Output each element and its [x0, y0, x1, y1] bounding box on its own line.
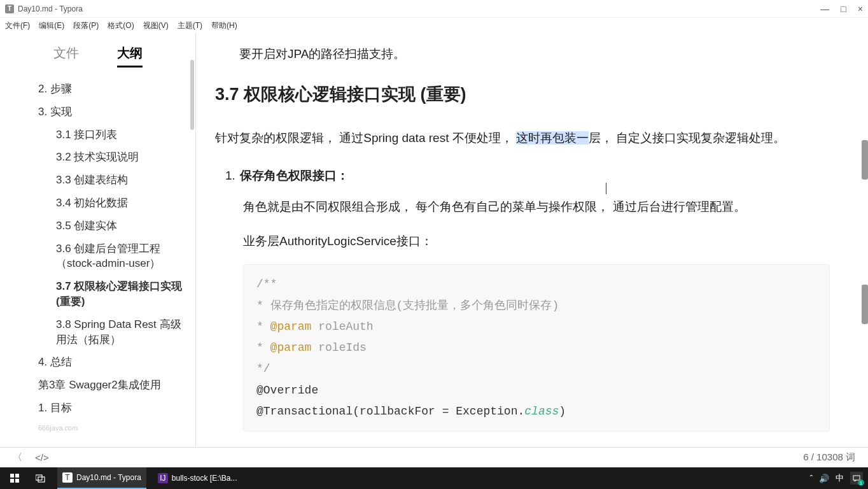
svg-rect-4	[36, 475, 42, 480]
outline-item[interactable]: 3.8 Spring Data Rest 高级用法（拓展）	[0, 313, 195, 351]
outline-item[interactable]: 3. 实现	[0, 101, 195, 124]
outline-item[interactable]: 3.4 初始化数据	[0, 192, 195, 215]
outline-item[interactable]: 3.2 技术实现说明	[0, 146, 195, 169]
notification-badge: 1	[858, 479, 864, 486]
app-icon: T	[5, 4, 14, 13]
prev-section-tail: 要开启对JPA的路径扫描支持。	[239, 43, 830, 65]
menu-file[interactable]: 文件(F)	[5, 20, 30, 31]
menu-view[interactable]: 视图(V)	[143, 20, 169, 31]
menu-bar: 文件(F) 编辑(E) 段落(P) 格式(O) 视图(V) 主题(T) 帮助(H…	[0, 18, 868, 33]
text-cursor	[606, 183, 606, 194]
outline-item[interactable]: 第3章 Swagger2集成使用	[0, 374, 195, 397]
selected-text: 这时再包装一	[516, 131, 589, 145]
menu-format[interactable]: 格式(O)	[108, 20, 134, 31]
tray-volume-icon[interactable]: 🔊	[819, 474, 829, 483]
ordered-item-1: 1. 保存角色权限接口： 角色就是由不同权限组合形成， 每个角色有自己的菜单与操…	[225, 165, 830, 432]
outline-item[interactable]: 3.3 创建表结构	[0, 169, 195, 192]
title-bar: T Day10.md - Typora — □ ×	[0, 0, 868, 18]
windows-icon	[10, 474, 19, 483]
outline-item[interactable]: 4. 总结	[0, 351, 195, 374]
sidebar-scrollbar[interactable]	[190, 60, 194, 130]
tray-chevron-icon[interactable]: ˆ	[810, 474, 813, 483]
menu-edit[interactable]: 编辑(E)	[39, 20, 64, 31]
minimize-button[interactable]: —	[820, 4, 829, 14]
close-button[interactable]: ×	[858, 4, 863, 14]
word-count[interactable]: 6 / 10308 词	[803, 451, 855, 464]
content-scroll-indicator-2[interactable]	[862, 285, 868, 324]
tab-outline[interactable]: 大纲	[117, 45, 143, 67]
windows-taskbar: T Day10.md - Typora IJ bulls-stock [E:\B…	[0, 467, 868, 489]
outline-item[interactable]: 1. 目标	[0, 397, 195, 420]
section-heading: 3.7 权限核心逻辑接口实现 (重要)	[215, 79, 830, 110]
svg-rect-1	[15, 474, 19, 478]
source-mode-icon[interactable]: </>	[35, 452, 49, 463]
outline-list: 2. 步骤3. 实现3.1 接口列表3.2 技术实现说明3.3 创建表结构3.4…	[0, 74, 195, 443]
task-view-button[interactable]	[31, 467, 51, 489]
content-scroll-indicator-1[interactable]	[862, 140, 868, 180]
editor-content[interactable]: 要开启对JPA的路径扫描支持。 3.7 权限核心逻辑接口实现 (重要) 针对复杂…	[196, 33, 868, 447]
tray-ime[interactable]: 中	[836, 472, 844, 484]
item-paragraph-2: 业务层AuthorityLogicService接口：	[243, 230, 830, 253]
outline-item[interactable]: 3.6 创建后台管理工程（stock-admin-user）	[0, 237, 195, 276]
svg-rect-2	[10, 479, 14, 483]
back-icon[interactable]: 〈	[13, 451, 22, 464]
typora-icon: T	[62, 472, 73, 483]
status-bar: 〈 </> 6 / 10308 词	[0, 447, 868, 467]
tab-files[interactable]: 文件	[53, 45, 79, 67]
maximize-button[interactable]: □	[841, 4, 846, 14]
menu-paragraph[interactable]: 段落(P)	[73, 20, 99, 31]
taskbar-app-intellij[interactable]: IJ bulls-stock [E:\Ba...	[153, 467, 242, 489]
outline-item[interactable]: 3.7 权限核心逻辑接口实现 (重要)	[0, 275, 195, 313]
tray-notifications[interactable]: 1	[850, 472, 863, 485]
task-view-icon	[36, 474, 46, 483]
item-paragraph-1: 角色就是由不同权限组合形成， 每个角色有自己的菜单与操作权限， 通过后台进行管理…	[243, 195, 830, 218]
outline-item[interactable]: 2. 步骤	[0, 78, 195, 101]
outline-item[interactable]: 3.1 接口列表	[0, 124, 195, 146]
window-title: Day10.md - Typora	[18, 4, 820, 13]
intellij-icon: IJ	[158, 473, 168, 483]
menu-theme[interactable]: 主题(T)	[178, 20, 202, 31]
svg-rect-0	[10, 474, 14, 478]
code-block: /** * 保存角色指定的权限信息(支持批量，多个角色同时保存) * @para…	[243, 264, 830, 432]
sidebar: 文件 大纲 2. 步骤3. 实现3.1 接口列表3.2 技术实现说明3.3 创建…	[0, 33, 196, 447]
start-button[interactable]	[5, 467, 24, 489]
taskbar-app-typora[interactable]: T Day10.md - Typora	[57, 467, 146, 489]
watermark: 666java.com	[38, 424, 78, 432]
menu-help[interactable]: 帮助(H)	[211, 20, 237, 31]
outline-item[interactable]: 3.5 创建实体	[0, 215, 195, 237]
section-description: 针对复杂的权限逻辑， 通过Spring data rest 不便处理， 这时再包…	[215, 127, 830, 150]
svg-rect-3	[15, 479, 19, 483]
svg-rect-5	[38, 477, 45, 482]
